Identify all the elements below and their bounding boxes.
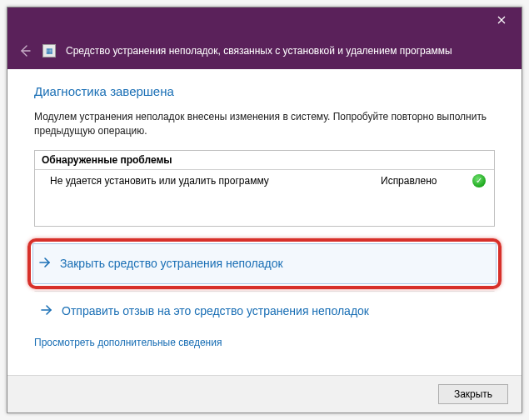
close-troubleshooter-label: Закрыть средство устранения неполадок xyxy=(60,257,283,270)
arrow-right-icon xyxy=(40,303,53,319)
problem-row: Не удается установить или удалить програ… xyxy=(35,170,494,192)
actions-list: Закрыть средство устранения неполадок От… xyxy=(34,240,495,332)
check-icon: ✓ xyxy=(472,174,486,188)
problem-status: Исправлено xyxy=(381,175,472,187)
highlight-callout: Закрыть средство устранения неполадок xyxy=(27,238,502,289)
footer-bar: Закрыть xyxy=(7,375,522,412)
problem-name: Не удается установить или удалить програ… xyxy=(50,175,381,187)
page-description: Модулем устранения неполадок внесены изм… xyxy=(34,110,495,138)
troubleshooter-window: ▦ Средство устранения неполадок, связанн… xyxy=(7,7,522,413)
header-title: Средство устранения неполадок, связанных… xyxy=(66,45,452,57)
titlebar xyxy=(7,8,522,32)
problems-heading: Обнаруженные проблемы xyxy=(35,151,494,170)
send-feedback-label: Отправить отзыв на это средство устранен… xyxy=(62,304,369,318)
problems-box: Обнаруженные проблемы Не удается установ… xyxy=(34,150,495,227)
page-title: Диагностика завершена xyxy=(34,84,495,98)
close-button[interactable]: Закрыть xyxy=(438,384,508,404)
send-feedback-action[interactable]: Отправить отзыв на это средство устранен… xyxy=(34,291,495,332)
view-details-link[interactable]: Просмотреть дополнительные сведения xyxy=(34,337,495,348)
close-troubleshooter-action[interactable]: Закрыть средство устранения неполадок xyxy=(32,243,497,284)
content-area: Диагностика завершена Модулем устранения… xyxy=(7,69,522,375)
back-button[interactable] xyxy=(17,43,32,58)
arrow-right-icon xyxy=(38,256,52,272)
troubleshooter-icon: ▦ xyxy=(42,44,56,58)
window-close-button[interactable] xyxy=(485,8,518,32)
header-bar: ▦ Средство устранения неполадок, связанн… xyxy=(7,32,522,69)
